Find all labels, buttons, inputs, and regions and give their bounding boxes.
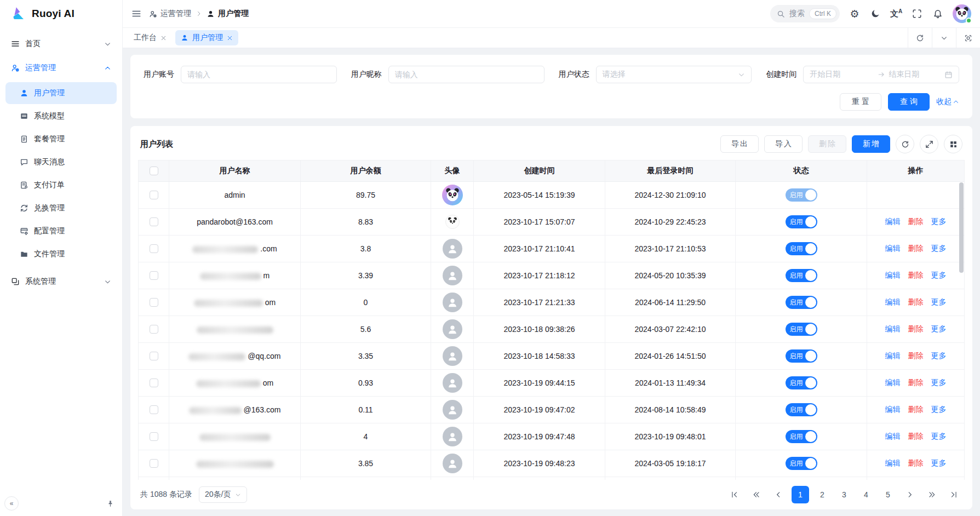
import-button[interactable]: 导入 [764,135,803,153]
nickname-input[interactable] [395,70,538,79]
row-checkbox[interactable] [150,352,158,360]
row-checkbox[interactable] [150,271,158,280]
status-toggle[interactable]: 启用 [786,296,817,309]
delete-link[interactable]: 删除 [908,244,924,254]
column-settings-icon[interactable] [944,135,962,153]
tab-content-fullscreen-icon[interactable] [956,28,980,48]
more-link[interactable]: 更多 [931,405,947,415]
edit-link[interactable]: 编辑 [885,297,901,307]
brand[interactable]: Ruoyi AI [0,0,122,27]
status-select[interactable]: 请选择 [596,66,752,83]
page-2[interactable]: 2 [813,486,831,503]
row-checkbox[interactable] [150,379,158,387]
row-checkbox[interactable] [150,217,158,226]
delete-link[interactable]: 删除 [908,405,924,415]
edit-link[interactable]: 编辑 [885,271,901,280]
sidebar-group-1[interactable]: 运营管理 [5,56,117,80]
breadcrumb-operations[interactable]: 运营管理 [149,9,191,19]
status-toggle[interactable]: 启用 [786,403,817,416]
more-link[interactable]: 更多 [931,458,947,468]
page-3[interactable]: 3 [835,486,853,503]
tab-工作台[interactable]: 工作台 [128,30,172,45]
table-scrollbar[interactable] [959,182,964,273]
sidebar-collapse-button[interactable]: « [4,496,19,511]
delete-link[interactable]: 删除 [908,458,924,468]
more-link[interactable]: 更多 [931,297,947,307]
collapse-filters-link[interactable]: 收起 [936,97,959,107]
sidebar-group-0[interactable]: 首页 [5,32,117,56]
edit-link[interactable]: 编辑 [885,244,901,254]
row-checkbox[interactable] [150,191,158,199]
breadcrumb-user-management[interactable]: 用户管理 [207,9,249,19]
close-icon[interactable] [227,35,233,41]
fullscreen-icon[interactable] [911,8,923,20]
edit-link[interactable]: 编辑 [885,351,901,361]
prev-page-icon[interactable] [770,486,787,503]
search-button[interactable]: 查询 [888,93,930,111]
reset-button[interactable]: 重置 [840,93,881,111]
more-link[interactable]: 更多 [931,217,947,227]
delete-button[interactable]: 删除 [808,135,846,153]
edit-link[interactable]: 编辑 [885,405,901,415]
more-link[interactable]: 更多 [931,244,947,254]
row-checkbox[interactable] [150,325,158,334]
status-toggle[interactable]: 启用 [786,349,817,363]
delete-link[interactable]: 删除 [908,324,924,334]
row-checkbox[interactable] [150,432,158,441]
row-checkbox[interactable] [150,459,158,468]
page-size-select[interactable]: 20条/页 [199,486,247,503]
row-checkbox[interactable] [150,244,158,253]
sidebar-item-用户管理[interactable]: 用户管理 [5,82,117,104]
date-range-picker[interactable]: 开始日期 结束日期 [803,66,959,83]
first-page-icon[interactable] [726,486,743,503]
settings-gear-icon[interactable]: ⚙ [849,8,861,20]
page-4[interactable]: 4 [857,486,875,503]
sidebar-item-支付订单[interactable]: 支付订单 [5,174,117,196]
more-link[interactable]: 更多 [931,324,947,334]
notifications-bell-icon[interactable] [932,8,944,20]
status-toggle[interactable]: 启用 [786,323,817,336]
tab-用户管理[interactable]: 用户管理 [175,30,238,45]
sidebar-item-兑换管理[interactable]: 兑换管理 [5,197,117,219]
language-translate-icon[interactable]: 文A [890,8,902,20]
tab-refresh-icon[interactable] [908,28,932,48]
status-toggle[interactable]: 启用 [786,430,817,443]
table-refresh-icon[interactable] [896,135,914,153]
edit-link[interactable]: 编辑 [885,217,901,227]
delete-link[interactable]: 删除 [908,432,924,442]
sidebar-item-系统模型[interactable]: 系统模型 [5,105,117,127]
account-input[interactable] [187,70,330,79]
sidebar-item-文件管理[interactable]: 文件管理 [5,243,117,265]
sidebar-group-2[interactable]: 系统管理 [5,270,117,294]
status-toggle[interactable]: 启用 [786,457,817,470]
status-toggle[interactable]: 启用 [786,269,817,282]
status-toggle[interactable]: 启用 [786,242,817,255]
export-button[interactable]: 导出 [720,135,759,153]
global-search[interactable]: 搜索 Ctrl K [770,5,840,22]
edit-link[interactable]: 编辑 [885,432,901,442]
page-5[interactable]: 5 [879,486,897,503]
last-page-icon[interactable] [945,486,962,503]
more-link[interactable]: 更多 [931,271,947,280]
jump-back-icon[interactable] [748,486,765,503]
user-avatar[interactable] [953,4,971,23]
status-toggle[interactable]: 启用 [786,215,817,228]
page-1[interactable]: 1 [792,486,809,503]
status-toggle[interactable]: 启用 [786,188,817,202]
delete-link[interactable]: 删除 [908,297,924,307]
delete-link[interactable]: 删除 [908,351,924,361]
select-all-checkbox[interactable] [150,167,158,175]
sidebar-pin-icon[interactable] [106,499,114,508]
hamburger-menu-icon[interactable] [131,9,141,19]
row-checkbox[interactable] [150,405,158,414]
delete-link[interactable]: 删除 [908,378,924,388]
edit-link[interactable]: 编辑 [885,324,901,334]
add-button[interactable]: 新增 [852,135,890,153]
row-checkbox[interactable] [150,298,158,307]
next-page-icon[interactable] [901,486,919,503]
edit-link[interactable]: 编辑 [885,458,901,468]
tab-menu-chevron-icon[interactable] [932,28,956,48]
status-toggle[interactable]: 启用 [786,376,817,389]
sidebar-item-套餐管理[interactable]: 套餐管理 [5,128,117,150]
more-link[interactable]: 更多 [931,432,947,442]
